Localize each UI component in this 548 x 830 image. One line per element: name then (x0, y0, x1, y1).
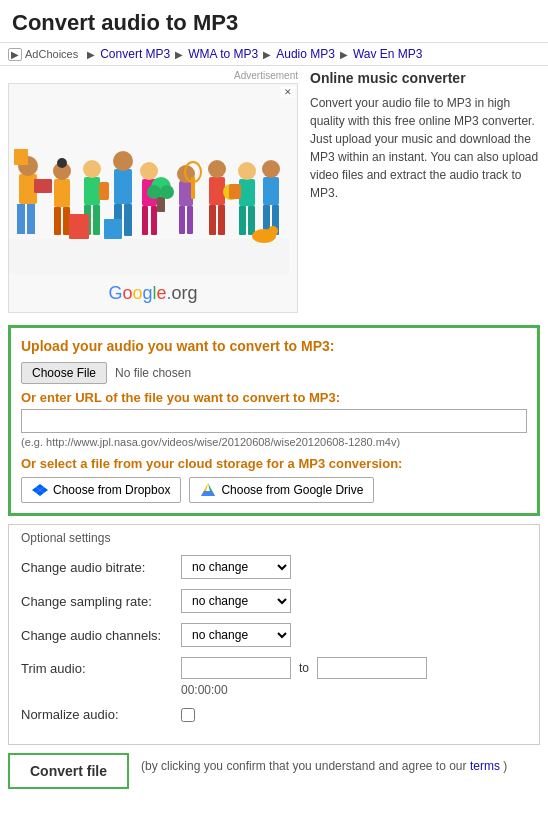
settings-section: Optional settings Change audio bitrate: … (8, 524, 540, 745)
gdrive-button[interactable]: Choose from Google Drive (189, 477, 374, 503)
ad-text-title: Online music converter (310, 70, 540, 86)
svg-rect-29 (179, 181, 193, 206)
svg-rect-42 (239, 206, 246, 235)
trim-end-input[interactable] (317, 657, 427, 679)
convert-file-button[interactable]: Convert file (8, 753, 129, 789)
url-hint: (e.g. http://www.jpl.nasa.gov/videos/wis… (21, 436, 527, 448)
svg-point-27 (147, 185, 161, 199)
svg-rect-23 (142, 206, 148, 235)
ad-choices-label[interactable]: AdChoices (25, 48, 78, 60)
terms-link[interactable]: terms (470, 759, 500, 773)
bitrate-label: Change audio bitrate: (21, 560, 181, 575)
svg-marker-58 (201, 491, 215, 496)
svg-rect-51 (69, 214, 89, 239)
svg-rect-3 (17, 204, 25, 234)
svg-point-18 (113, 151, 133, 171)
ad-section: Advertisement ✕ (0, 66, 548, 321)
nav-arrow-3: ▶ (263, 49, 271, 60)
svg-rect-20 (124, 204, 132, 236)
normalize-label: Normalize audio: (21, 707, 181, 722)
nav-item-audio-mp3[interactable]: Audio MP3 (276, 47, 335, 61)
svg-rect-16 (99, 182, 109, 200)
nav-arrow-1: ▶ (87, 49, 95, 60)
normalize-row: Normalize audio: (21, 707, 527, 722)
ad-choices[interactable]: ▶ AdChoices (8, 48, 78, 61)
svg-rect-31 (179, 206, 185, 234)
ad-text-body: Convert your audio file to MP3 in high q… (310, 94, 540, 202)
ad-text: Online music converter Convert your audi… (310, 70, 540, 313)
svg-rect-7 (54, 179, 70, 207)
convert-terms: (by clicking you confirm that you unders… (141, 753, 507, 775)
svg-rect-32 (187, 206, 193, 234)
svg-rect-0 (9, 239, 289, 274)
ad-label: Advertisement (8, 70, 298, 81)
terms-end: ) (503, 759, 507, 773)
trim-label: Trim audio: (21, 661, 181, 676)
dropbox-label: Choose from Dropbox (53, 483, 170, 497)
file-choose-row: Choose File No file chosen (21, 362, 527, 384)
svg-rect-15 (93, 205, 100, 235)
nav-arrow-2: ▶ (175, 49, 183, 60)
trim-to-label: to (299, 661, 309, 675)
cloud-buttons: Choose from Dropbox Choose from Google D… (21, 477, 527, 503)
nav-bar: ▶ AdChoices ▶ Convert MP3 ▶ WMA to MP3 ▶… (0, 42, 548, 66)
normalize-checkbox[interactable] (181, 708, 195, 722)
bitrate-row: Change audio bitrate: no change 64 kbit/… (21, 555, 527, 579)
dropbox-button[interactable]: Choose from Dropbox (21, 477, 181, 503)
choose-file-button[interactable]: Choose File (21, 362, 107, 384)
svg-point-13 (83, 160, 101, 178)
page-title: Convert audio to MP3 (0, 0, 548, 42)
nav-arrow-4: ▶ (340, 49, 348, 60)
trim-row: Trim audio: to (21, 657, 527, 679)
trim-inputs: to (181, 657, 427, 679)
upload-label: Upload your audio you want to convert to… (21, 338, 527, 354)
svg-point-41 (238, 162, 256, 180)
nav-item-wma[interactable]: WMA to MP3 (188, 47, 258, 61)
sampling-select[interactable]: no change 8000 Hz 16000 Hz 22050 Hz 4410… (181, 589, 291, 613)
svg-rect-44 (229, 184, 241, 199)
ad-illustration (9, 84, 289, 274)
url-label: Or enter URL of the file you want to con… (21, 390, 527, 405)
svg-point-11 (57, 158, 67, 168)
svg-point-50 (268, 226, 278, 236)
trim-start-input[interactable] (181, 657, 291, 679)
svg-rect-10 (63, 207, 70, 235)
upload-section: Upload your audio you want to convert to… (8, 325, 540, 516)
svg-point-28 (160, 185, 174, 199)
sampling-label: Change sampling rate: (21, 594, 181, 609)
svg-rect-4 (27, 204, 35, 234)
gdrive-label: Choose from Google Drive (221, 483, 363, 497)
nav-item-wav[interactable]: Wav En MP3 (353, 47, 423, 61)
nav-item-convert-mp3[interactable]: Convert MP3 (100, 47, 170, 61)
svg-rect-43 (248, 206, 255, 235)
ad-badge[interactable]: ✕ (281, 86, 295, 98)
svg-rect-24 (151, 206, 157, 235)
convert-area: Convert file (by clicking you confirm th… (8, 753, 540, 789)
channels-row: Change audio channels: no change Mono St… (21, 623, 527, 647)
svg-rect-38 (218, 205, 225, 235)
url-input[interactable] (21, 409, 527, 433)
ad-image-box: ✕ (8, 83, 298, 313)
svg-rect-52 (104, 219, 122, 239)
svg-rect-9 (54, 207, 61, 235)
settings-title: Optional settings (21, 531, 527, 545)
svg-point-36 (208, 160, 226, 178)
svg-rect-33 (191, 177, 195, 199)
svg-rect-5 (14, 149, 28, 165)
svg-rect-40 (239, 179, 255, 206)
google-logo: Google.org (9, 277, 297, 308)
bitrate-select[interactable]: no change 64 kbit/s 128 kbit/s 192 kbit/… (181, 555, 291, 579)
no-file-text: No file chosen (115, 366, 191, 380)
svg-rect-12 (84, 177, 100, 205)
ad-icon[interactable]: ▶ (8, 48, 22, 61)
gdrive-icon (200, 482, 216, 498)
timestamp-hint: 00:00:00 (181, 683, 527, 697)
svg-rect-35 (209, 177, 225, 205)
channels-select[interactable]: no change Mono Stereo (181, 623, 291, 647)
terms-text: (by clicking you confirm that you unders… (141, 759, 467, 773)
cloud-label: Or select a file from your cloud storage… (21, 456, 527, 471)
svg-rect-17 (114, 169, 132, 204)
sampling-row: Change sampling rate: no change 8000 Hz … (21, 589, 527, 613)
dropbox-icon (32, 482, 48, 498)
svg-rect-6 (34, 179, 52, 193)
